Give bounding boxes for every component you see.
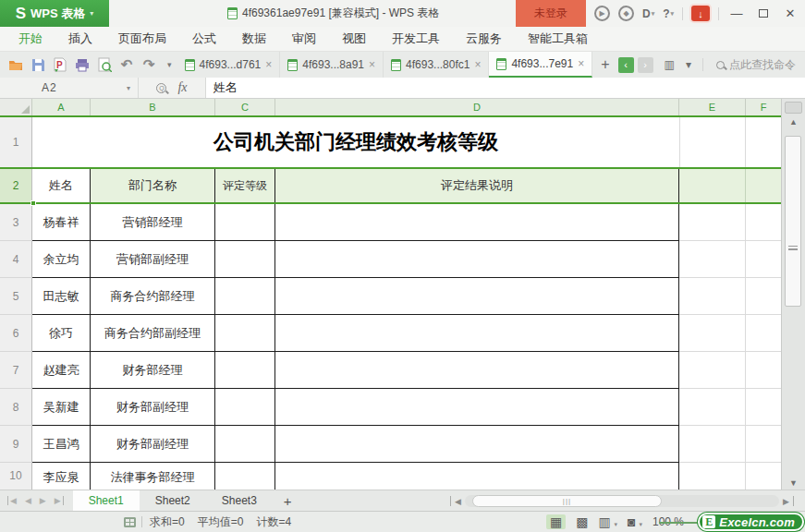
horizontal-scrollbar-thumb[interactable]: ||| [472, 495, 662, 507]
vertical-scrollbar[interactable]: ▲ ▼ [781, 99, 805, 490]
wps-menu-button[interactable]: S WPS 表格 ▾ [0, 0, 109, 27]
cell-name[interactable]: 杨春祥 [32, 204, 91, 241]
sheet-tab-sheet3[interactable]: Sheet3 [206, 490, 273, 511]
cell-desc[interactable] [275, 426, 679, 463]
menu-tab-cloud[interactable]: 云服务 [453, 27, 515, 51]
undo-button[interactable]: ↶ [116, 54, 138, 76]
row-header-1[interactable]: 1 [0, 117, 32, 167]
maximize-button[interactable] [754, 5, 773, 23]
print-button[interactable] [71, 54, 93, 76]
column-header-a[interactable]: A [32, 99, 91, 115]
command-search[interactable]: 点此查找命令 [716, 57, 796, 73]
cell-f[interactable] [746, 315, 781, 352]
vertical-scrollbar-thumb[interactable] [785, 136, 801, 307]
previous-tab-button[interactable]: ‹ [618, 57, 634, 73]
document-tab-3[interactable]: 4f693...80fc1 × [384, 52, 489, 78]
cell-dept[interactable]: 财务部经理 [91, 352, 215, 389]
cell-name[interactable]: 赵建亮 [32, 352, 91, 389]
cell-desc[interactable] [275, 352, 679, 389]
cell-name[interactable]: 吴新建 [32, 389, 91, 426]
page-break-view-icon[interactable]: ▩ [576, 515, 588, 528]
document-tab-1[interactable]: 4f693...d761 × [177, 52, 281, 78]
column-header-c[interactable]: C [215, 99, 275, 115]
menu-tab-view[interactable]: 视图 [329, 27, 379, 51]
cell-dept[interactable]: 商务合约部副经理 [91, 315, 215, 352]
close-button[interactable]: ✕ [781, 5, 799, 23]
normal-view-icon[interactable]: ▦ [546, 514, 566, 529]
row-header-9[interactable]: 9 [0, 426, 32, 463]
community-icon[interactable]: ▶ [594, 6, 610, 21]
toolbar-customize-dropdown[interactable]: ▾ [167, 60, 172, 69]
last-sheet-icon[interactable]: ▶ [55, 496, 64, 505]
cell-f[interactable] [746, 241, 781, 278]
tab-list-icon[interactable]: ▥ [665, 58, 675, 71]
help-button[interactable]: ? ▾ [663, 7, 674, 20]
row-header-4[interactable]: 4 [0, 241, 32, 278]
cell-f[interactable] [746, 278, 781, 315]
cell-f[interactable] [746, 352, 781, 389]
cell-b2[interactable]: 部门名称 [91, 169, 215, 202]
cell-desc[interactable] [275, 204, 679, 241]
cell-desc[interactable] [275, 463, 679, 490]
cell-f[interactable] [746, 389, 781, 426]
manage-tabs-icon[interactable]: ▾ [686, 58, 691, 71]
cell-e[interactable] [679, 204, 746, 241]
cell-f[interactable] [746, 463, 781, 490]
close-tab-icon[interactable]: × [578, 57, 584, 70]
cell-name[interactable]: 徐巧 [32, 315, 91, 352]
cell-dept[interactable]: 财务部副经理 [91, 389, 215, 426]
row-header-8[interactable]: 8 [0, 389, 32, 426]
skin-theme-button[interactable]: D ▾ [642, 7, 654, 20]
cell-grade[interactable] [215, 389, 275, 426]
row-header-7[interactable]: 7 [0, 352, 32, 389]
cell-title-merged[interactable]: 公司机关部门经理绩效考核等级 [32, 117, 679, 167]
menu-tab-smart-toolbox[interactable]: 智能工具箱 [515, 27, 601, 51]
row-header-10[interactable]: 10 [0, 463, 32, 490]
cell-grade[interactable] [215, 463, 275, 490]
menu-tab-data[interactable]: 数据 [229, 27, 279, 51]
horizontal-scrollbar[interactable]: ◀ ||| ▶ [450, 494, 794, 508]
cell-e[interactable] [679, 389, 746, 426]
column-header-e[interactable]: E [679, 99, 746, 115]
scroll-left-icon[interactable]: ◀ [455, 497, 461, 506]
cell-name[interactable]: 田志敏 [32, 278, 91, 315]
close-tab-icon[interactable]: × [369, 58, 375, 71]
download-icon[interactable]: ↓ [691, 6, 710, 21]
cell-grade[interactable] [215, 315, 275, 352]
cell-name[interactable]: 余立均 [32, 241, 91, 278]
scroll-up-icon[interactable]: ▲ [782, 115, 805, 128]
menu-tab-page-layout[interactable]: 页面布局 [105, 27, 179, 51]
cell-f1[interactable] [746, 117, 781, 167]
selection-fill-handle[interactable] [30, 200, 36, 206]
redo-button[interactable]: ↷ [138, 54, 160, 76]
login-button[interactable]: 未登录 [516, 0, 586, 27]
cell-desc[interactable] [275, 278, 679, 315]
close-tab-icon[interactable]: × [265, 58, 272, 71]
menu-tab-home[interactable]: 开始 [6, 27, 55, 51]
first-sheet-icon[interactable]: ◀ [7, 496, 17, 505]
select-all-corner[interactable] [0, 99, 32, 115]
document-tab-4-active[interactable]: 4f693...7e91 × [489, 52, 592, 78]
cell-grade[interactable] [215, 204, 275, 241]
settings-icon[interactable]: ◆ [618, 6, 634, 21]
cell-name[interactable]: 李应泉 [32, 463, 91, 490]
cell-grade[interactable] [215, 278, 275, 315]
reading-mode-button[interactable]: ◙ ▾ [628, 515, 642, 528]
row-header-2[interactable]: 2 [0, 169, 32, 202]
cell-e[interactable] [679, 315, 746, 352]
next-sheet-icon[interactable]: ▶ [40, 496, 46, 505]
cell-dept[interactable]: 营销部副经理 [91, 241, 215, 278]
cell-name[interactable]: 王昌鸿 [32, 426, 91, 463]
menu-tab-developer[interactable]: 开发工具 [379, 27, 453, 51]
menu-tab-formulas[interactable]: 公式 [179, 27, 229, 51]
formula-input[interactable]: 姓名 [205, 78, 805, 98]
row-header-3[interactable]: 3 [0, 204, 32, 241]
scroll-down-icon[interactable]: ▼ [782, 478, 805, 488]
page-layout-view-button[interactable]: ▥ ▾ [598, 515, 617, 528]
next-tab-button[interactable]: › [638, 57, 653, 73]
cell-c2[interactable]: 评定等级 [215, 169, 275, 202]
cell-e2[interactable] [679, 169, 746, 202]
cell-e[interactable] [679, 463, 746, 490]
cell-d2[interactable]: 评定结果说明 [275, 169, 679, 202]
cell-grade[interactable] [215, 426, 275, 463]
